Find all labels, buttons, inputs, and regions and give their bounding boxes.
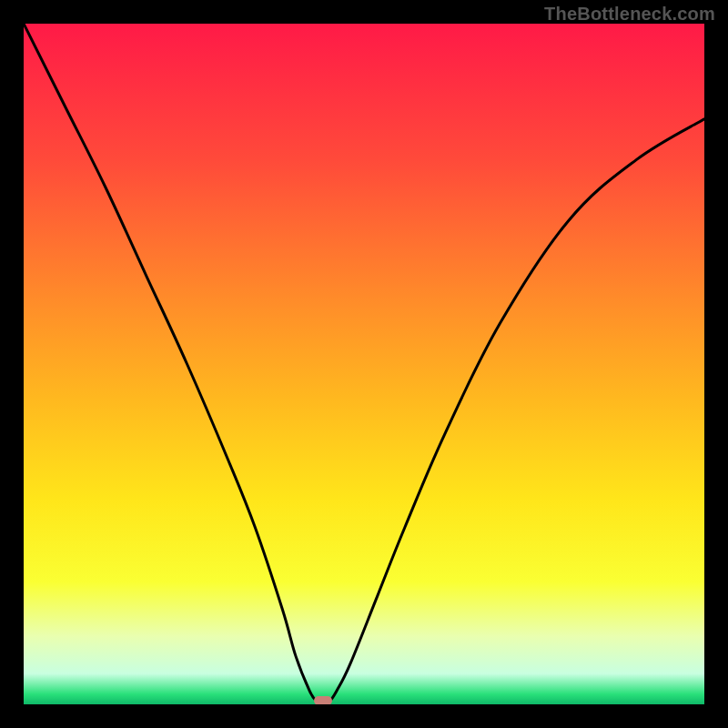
gradient-background: [24, 24, 704, 704]
optimum-marker: [314, 696, 332, 704]
chart-svg: [24, 24, 704, 704]
plot-area: [24, 24, 704, 704]
chart-frame: TheBottleneck.com: [0, 0, 728, 728]
watermark-text: TheBottleneck.com: [544, 4, 715, 25]
